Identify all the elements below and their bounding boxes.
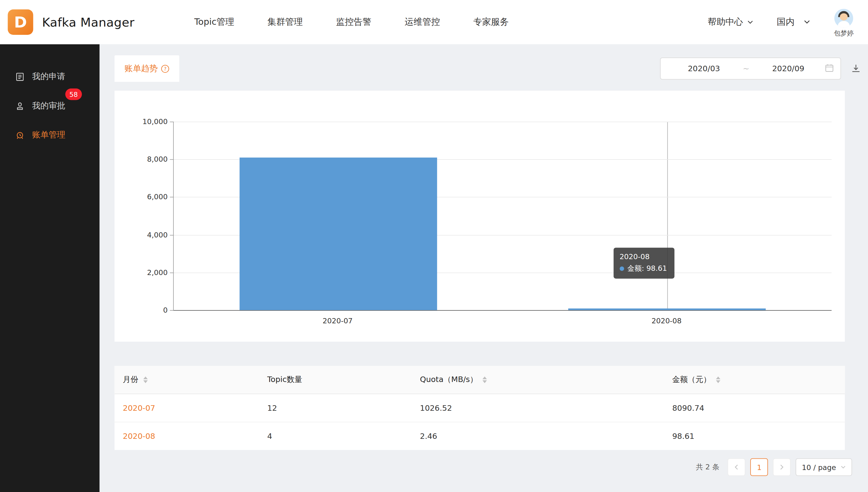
help-center-dropdown[interactable]: 帮助中心 (708, 16, 754, 28)
table-row: 2020-07 12 1026.52 8090.74 (114, 394, 845, 422)
chevron-down-icon (841, 463, 846, 471)
nav-ops-control[interactable]: 运维管控 (405, 16, 440, 28)
avatar (835, 8, 853, 27)
nav-cluster-management[interactable]: 集群管理 (267, 16, 303, 28)
column-header-topic-count: Topic数量 (259, 375, 412, 385)
column-header-quota[interactable]: Quota（MB/s） (412, 375, 664, 385)
nav-expert-service[interactable]: 专家服务 (473, 16, 509, 28)
page-size-select[interactable]: 10 / page (796, 459, 852, 476)
x-axis: 2020-072020-08 (173, 310, 831, 330)
series-dot (620, 267, 624, 271)
toolbar: 账单趋势 ? 2020/03 ~ 2020/09 (114, 55, 861, 82)
topic-count-cell: 4 (259, 432, 412, 441)
chart-card: 10,0008,0006,0004,0002,0000 2020-08 金额: … (114, 91, 845, 342)
date-end[interactable]: 2020/09 (751, 64, 825, 73)
sidebar-item-label: 我的审批 (32, 101, 66, 111)
chart-tooltip: 2020-08 金额: 98.61 (613, 248, 674, 278)
region-label: 国内 (777, 16, 795, 28)
approvals-count-badge: 58 (65, 88, 82, 100)
app-root: D Kafka Manager Topic管理 集群管理 监控告警 运维管控 专… (0, 0, 868, 492)
date-range-picker[interactable]: 2020/03 ~ 2020/09 (660, 57, 841, 79)
sidebar-item-my-approvals[interactable]: 我的审批 58 (0, 91, 100, 120)
month-link[interactable]: 2020-08 (123, 432, 155, 441)
amount-cell: 8090.74 (664, 404, 845, 413)
toolbar-right: 2020/03 ~ 2020/09 (660, 57, 861, 79)
amount-cell: 98.61 (664, 432, 845, 441)
chevron-down-icon (747, 17, 754, 27)
sidebar-item-my-applications[interactable]: 我的申请 (0, 62, 100, 91)
chart-plot: 2020-08 金额: 98.61 (173, 122, 831, 311)
y-axis-label: 0 (163, 306, 168, 314)
y-tick (170, 122, 174, 122)
header-right: 帮助中心 国内 包梦婷 (708, 6, 854, 38)
chevron-down-icon (803, 17, 811, 27)
y-tick (170, 159, 174, 160)
y-axis: 10,0008,0006,0004,0002,0000 (114, 122, 168, 310)
region-dropdown[interactable]: 国内 (777, 16, 811, 28)
y-axis-label: 4,000 (147, 231, 168, 239)
nav-monitor-alert[interactable]: 监控告警 (336, 16, 372, 28)
crosshair-line (667, 122, 668, 310)
y-tick (170, 272, 174, 273)
y-axis-label: 6,000 (147, 193, 168, 201)
column-header-month[interactable]: 月份 (114, 375, 259, 385)
quota-cell: 2.46 (412, 432, 664, 441)
sort-icon[interactable] (143, 376, 148, 383)
sidebar-item-label: 账单管理 (32, 130, 66, 140)
stamp-icon (15, 101, 25, 111)
bill-table: 月份 Topic数量 Quota（MB/s） 金额（元） 2020-07 12 (114, 366, 845, 450)
sidebar-item-bill-management[interactable]: 账单管理 (0, 120, 100, 150)
date-separator: ~ (741, 64, 752, 73)
x-axis-label: 2020-08 (652, 317, 681, 325)
date-start[interactable]: 2020/03 (667, 64, 741, 73)
y-axis-label: 2,000 (147, 268, 168, 276)
tooltip-title: 2020-08 (620, 251, 668, 263)
total-count: 共 2 条 (696, 462, 719, 472)
svg-text:?: ? (164, 66, 167, 72)
bar-2020-07[interactable] (239, 158, 437, 310)
sort-icon[interactable] (716, 376, 720, 383)
page-size-label: 10 / page (802, 463, 836, 471)
main-content: 账单趋势 ? 2020/03 ~ 2020/09 (100, 44, 868, 492)
topic-count-cell: 12 (259, 404, 412, 413)
sidebar: 我的申请 我的审批 58 账单管理 (0, 44, 100, 492)
gridline (174, 122, 831, 122)
table-header-row: 月份 Topic数量 Quota（MB/s） 金额（元） (114, 366, 845, 394)
tooltip-value: 金额: 98.61 (627, 263, 667, 275)
nav-topic-management[interactable]: Topic管理 (194, 16, 234, 28)
clipboard-icon (15, 72, 25, 81)
pagination: 共 2 条 1 10 / page (696, 459, 852, 476)
calendar-icon (825, 63, 834, 74)
app-title: Kafka Manager (42, 15, 134, 29)
question-circle-icon[interactable]: ? (161, 65, 169, 73)
user-menu[interactable]: 包梦婷 (834, 8, 853, 38)
main-nav: Topic管理 集群管理 监控告警 运维管控 专家服务 (194, 16, 509, 28)
page-1-button[interactable]: 1 (751, 459, 768, 476)
app-logo-icon[interactable]: D (8, 9, 33, 35)
prev-page-button[interactable] (728, 459, 745, 476)
column-header-amount[interactable]: 金额（元） (664, 375, 845, 385)
y-tick (170, 197, 174, 198)
sidebar-item-label: 我的申请 (32, 71, 66, 81)
table-row: 2020-08 4 2.46 98.61 (114, 422, 845, 450)
help-center-label: 帮助中心 (708, 16, 743, 28)
tab-label: 账单趋势 (124, 63, 158, 74)
download-icon[interactable] (851, 64, 861, 74)
bill-alarm-icon (15, 130, 25, 140)
x-axis-label: 2020-07 (323, 317, 353, 325)
user-name: 包梦婷 (834, 28, 853, 38)
month-link[interactable]: 2020-07 (123, 404, 155, 413)
y-axis-label: 10,000 (143, 117, 168, 126)
quota-cell: 1026.52 (412, 404, 664, 413)
tab-bill-trend[interactable]: 账单趋势 ? (114, 55, 179, 82)
y-tick (170, 235, 174, 235)
y-axis-label: 8,000 (147, 155, 168, 164)
next-page-button[interactable] (773, 459, 791, 476)
header: D Kafka Manager Topic管理 集群管理 监控告警 运维管控 专… (0, 0, 868, 44)
sort-icon[interactable] (483, 376, 487, 383)
